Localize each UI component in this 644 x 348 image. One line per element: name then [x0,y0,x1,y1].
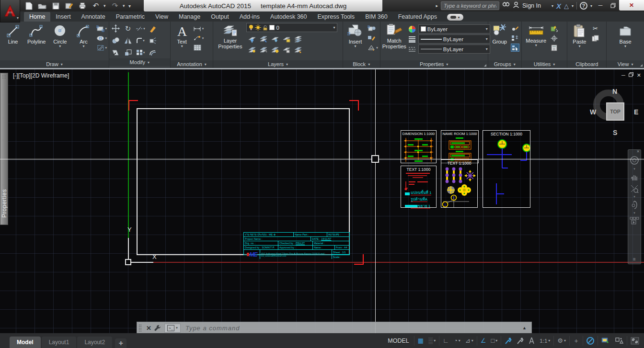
chevron-down-icon[interactable]: ▾ [633,196,635,198]
tab-featured-apps[interactable]: Featured Apps [393,12,442,22]
a360-icon[interactable]: △ [564,2,569,10]
viewcube-east[interactable]: E [634,108,638,116]
media-browser-button[interactable]: ▾ [447,14,463,21]
group-edit-button[interactable] [511,34,519,42]
array-button[interactable]: ▾ [136,49,145,56]
current-scale-button[interactable]: 1:1▾ [537,333,552,348]
workspace-switching-button[interactable]: ⚙▾ [555,333,568,348]
rotate-button[interactable]: ↻ [124,24,132,33]
panel-label-modify[interactable]: Modify▾ [109,58,170,66]
annotation-monitor-toggle[interactable]: ＋ [571,333,582,348]
chevron-down-icon[interactable]: ▾ [376,46,378,50]
pan-icon[interactable] [630,173,639,181]
leader-button[interactable] [193,34,202,42]
panel-label-draw[interactable]: Draw▾ [0,60,109,68]
infocenter-arrow-icon[interactable]: ▸ [436,3,438,8]
undo-dropdown[interactable]: ▾ [104,3,107,8]
tab-layout1[interactable]: Layout1 [42,337,77,348]
offset-button[interactable] [149,48,157,56]
new-layout-button[interactable]: ✚ [115,338,126,348]
redo-dropdown[interactable]: ▾ [123,3,126,8]
circle-button[interactable]: Circle ▾ [49,23,71,48]
properties-palette-tab[interactable]: Properties [0,73,8,225]
search-icon[interactable] [502,1,510,10]
dialog-launcher-icon[interactable] [484,64,486,67]
explode-button[interactable] [149,36,157,45]
copy-button[interactable] [111,36,120,45]
help-icon[interactable]: ? [580,2,587,10]
layer-match-button[interactable] [259,35,268,43]
undo-button[interactable]: ↶ [90,1,102,11]
open-button[interactable] [36,1,48,11]
group-button[interactable]: Group [490,23,509,45]
plot-button[interactable] [77,1,88,11]
navbar-menu-icon[interactable]: ≡ [633,257,636,262]
autoscale-toggle[interactable] [514,333,526,348]
quick-calculator-button[interactable] [550,44,559,52]
group-selection-toggle[interactable] [511,44,519,52]
layer-paint-button[interactable] [294,45,302,54]
chevron-down-icon[interactable]: ▾ [633,212,635,214]
base-button[interactable]: Base ▾ [614,23,636,48]
tab-bim360[interactable]: BIM 360 [360,12,393,22]
layer-freeze-button[interactable] [271,35,279,43]
line-button[interactable]: Line [2,23,24,45]
scale-button[interactable] [124,48,132,56]
exchange-apps-icon[interactable]: X [556,2,561,10]
viewcube-top-face[interactable]: TOP [606,102,624,121]
edit-block-button[interactable] [367,34,376,42]
tab-layout2[interactable]: Layout2 [77,337,112,348]
isolate-objects-button[interactable] [584,333,597,348]
polyline-button[interactable]: Polyline [25,23,47,45]
arc-button[interactable]: Arc ▾ [72,23,94,48]
panel-label-annotation[interactable]: Annotation▾ [171,60,213,68]
chevron-down-icon[interactable]: ▾ [633,168,635,170]
navigation-wheel-icon[interactable] [630,156,639,165]
cut-icon[interactable]: ✂ [591,24,599,33]
id-point-button[interactable] [550,34,559,42]
application-menu-button[interactable]: ▾ [0,0,20,22]
move-button[interactable] [111,24,120,33]
viewcube-west[interactable]: W [590,108,596,116]
define-attributes-button[interactable] [367,44,376,52]
close-drawing-icon[interactable]: ✕ [637,72,641,79]
chevron-down-icon[interactable]: ▾ [202,36,204,40]
sign-in-dropdown[interactable]: ▾ [552,4,553,8]
panel-label-utilities[interactable]: Utilities▾ [522,60,567,68]
minimize-drawing-icon[interactable]: ─ [621,72,625,79]
close-icon[interactable]: ✕ [636,149,640,154]
tab-output[interactable]: Output [206,12,234,22]
chevron-down-icon[interactable]: ▾ [105,36,107,40]
chevron-down-icon[interactable]: ▾ [105,46,107,50]
quick-select-button[interactable] [550,24,559,33]
command-prompt-button[interactable]: >_ ▾ [164,324,181,333]
panel-label-block[interactable]: Block▾ [343,60,380,68]
viewport-controls-label[interactable]: [-][Top][2D Wireframe] [13,72,69,79]
layer-current-button[interactable] [259,45,268,54]
layer-combobox[interactable]: 0 ▾ [246,23,337,32]
customize-wrench-icon[interactable] [154,324,161,332]
command-line[interactable]: ✕ >_ ▾ Type a command ▲ [137,322,532,334]
text-button[interactable]: A Text ▾ [172,23,192,48]
sign-in-button[interactable]: Sign In [522,2,541,9]
paste-button[interactable]: Paste ▾ [569,23,589,48]
model-space-button[interactable]: MODEL [384,337,413,344]
tab-home[interactable]: Home [24,12,50,22]
dialog-launcher-icon[interactable] [640,64,643,67]
stretch-button[interactable] [111,48,120,56]
layer-isolate-button[interactable] [248,35,256,43]
zoom-icon[interactable] [630,184,639,193]
layer-off-button[interactable] [248,45,256,54]
copy-clip-button[interactable] [591,34,599,42]
annotation-scale-button[interactable] [526,333,537,348]
object-visibility-button[interactable] [612,333,626,348]
erase-button[interactable] [149,24,157,33]
command-input-placeholder[interactable]: Type a command [185,325,240,332]
panel-label-layers[interactable]: Layers▾ [213,60,342,68]
command-history-up-icon[interactable]: ▲ [522,326,527,330]
panel-label-view[interactable]: View▾ [607,60,644,68]
linetype-combobox[interactable]: ByLayer▾ [418,45,490,54]
chevron-down-icon[interactable]: ▾ [202,27,204,31]
object-snap-tracking-toggle[interactable]: ∠ [478,333,489,348]
layer-lock-button[interactable] [282,35,291,43]
